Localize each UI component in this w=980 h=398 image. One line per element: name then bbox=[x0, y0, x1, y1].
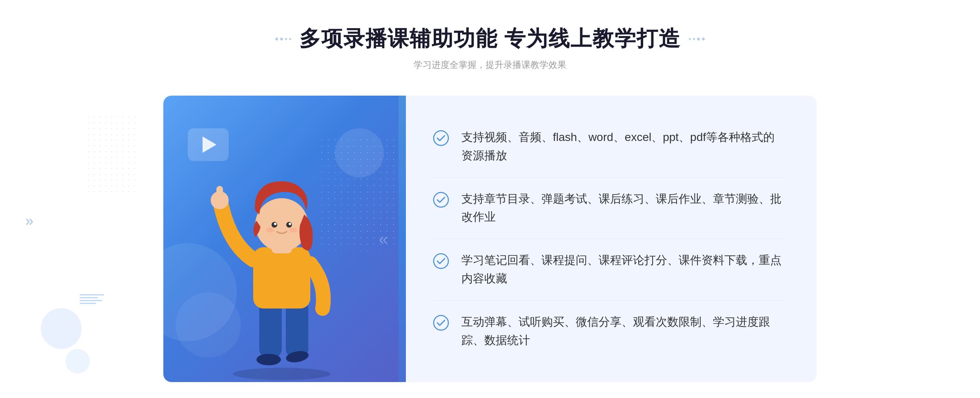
svg-point-15 bbox=[289, 228, 297, 233]
svg-point-13 bbox=[289, 223, 291, 225]
deco-dot-1 bbox=[275, 38, 278, 40]
play-button-deco bbox=[188, 128, 229, 161]
check-circle-icon bbox=[433, 130, 449, 146]
deco-dot-3 bbox=[285, 38, 287, 40]
page-subtitle: 学习进度全掌握，提升录播课教学效果 bbox=[414, 59, 566, 71]
svg-rect-7 bbox=[216, 186, 223, 202]
deco-line-3 bbox=[80, 300, 102, 301]
illustration-figure bbox=[196, 161, 368, 382]
illus-connecting-bar bbox=[399, 96, 406, 382]
check-circle-icon bbox=[433, 253, 449, 269]
illus-chevrons-deco: « bbox=[379, 231, 388, 247]
feature-text-1: 支持视频、音频、flash、word、excel、ppt、pdf等各种格式的资源… bbox=[461, 128, 784, 165]
feature-text-4: 互动弹幕、试听购买、微信分享、观看次数限制、学习进度跟踪、数据统计 bbox=[461, 313, 784, 350]
chevron-left-deco: » bbox=[25, 212, 33, 230]
svg-point-3 bbox=[256, 354, 281, 365]
svg-rect-5 bbox=[253, 247, 310, 309]
deco-dot-2 bbox=[280, 38, 283, 40]
title-deco-right bbox=[689, 38, 705, 40]
svg-point-19 bbox=[434, 315, 448, 330]
svg-rect-2 bbox=[286, 300, 308, 358]
deco-dot-6 bbox=[693, 38, 695, 40]
svg-rect-1 bbox=[259, 300, 282, 358]
feature-item: 支持视频、音频、flash、word、excel、ppt、pdf等各种格式的资源… bbox=[433, 116, 784, 178]
svg-point-14 bbox=[266, 228, 274, 233]
svg-point-12 bbox=[274, 223, 276, 225]
features-card: 支持视频、音频、flash、word、excel、ppt、pdf等各种格式的资源… bbox=[400, 96, 817, 382]
page-header: 多项录播课辅助功能 专为线上教学打造 学习进度全掌握，提升录播课教学效果 bbox=[0, 25, 980, 71]
deco-dot-8 bbox=[702, 38, 705, 40]
play-triangle-icon bbox=[203, 136, 216, 153]
feature-item: 学习笔记回看、课程提问、课程评论打分、课件资料下载，重点内容收藏 bbox=[433, 239, 784, 301]
deco-dot-4 bbox=[289, 38, 291, 40]
deco-dot-grid-left bbox=[86, 114, 135, 196]
feature-text-2: 支持章节目录、弹题考试、课后练习、课后作业、章节测验、批改作业 bbox=[461, 190, 784, 227]
page-title: 多项录播课辅助功能 专为线上教学打造 bbox=[299, 25, 681, 53]
svg-point-17 bbox=[434, 192, 448, 207]
title-deco-left bbox=[275, 38, 291, 40]
deco-dot-5 bbox=[689, 38, 691, 40]
content-area: « bbox=[163, 96, 817, 382]
svg-point-0 bbox=[233, 368, 331, 380]
title-row: 多项录播课辅助功能 专为线上教学打造 bbox=[275, 25, 705, 53]
deco-line-4 bbox=[80, 303, 96, 304]
feature-item: 互动弹幕、试听购买、微信分享、观看次数限制、学习进度跟踪、数据统计 bbox=[433, 301, 784, 362]
deco-circle-blue bbox=[41, 308, 82, 349]
illustration-card: « bbox=[163, 96, 400, 382]
deco-lines bbox=[80, 294, 104, 304]
deco-line-2 bbox=[80, 297, 98, 298]
deco-dot-7 bbox=[697, 38, 700, 40]
deco-circle-blue-2 bbox=[65, 349, 90, 373]
check-circle-icon bbox=[433, 192, 449, 208]
check-circle-icon bbox=[433, 315, 449, 331]
deco-line-1 bbox=[80, 294, 104, 295]
feature-item: 支持章节目录、弹题考试、课后练习、课后作业、章节测验、批改作业 bbox=[433, 178, 784, 239]
feature-text-3: 学习笔记回看、课程提问、课程评论打分、课件资料下载，重点内容收藏 bbox=[461, 251, 784, 288]
page-wrapper: » 多项录播课辅助功能 专为线上教学打造 学习进度全掌握，提升录播 bbox=[0, 0, 980, 398]
svg-point-16 bbox=[434, 131, 448, 145]
svg-point-18 bbox=[434, 254, 448, 268]
